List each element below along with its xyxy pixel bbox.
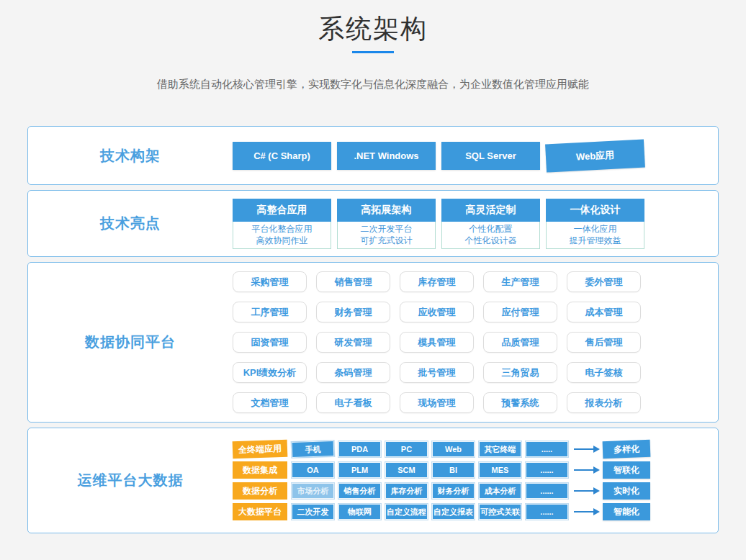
- highlight-card-line: 个性化配置: [442, 223, 539, 235]
- tech-stack-item: Web应用: [545, 139, 645, 172]
- highlight-card-body: 平台化整合应用高效协同作业: [233, 222, 331, 249]
- highlights-label-zone: 技术亮点: [28, 214, 233, 233]
- highlight-card-line: 一体化应用: [547, 223, 644, 235]
- bigdata-matrix: 全终端应用手机PDAPCWeb其它终端.....多样化数据集成OAPLMSCMB…: [233, 441, 718, 520]
- module-chip: 三角贸易: [483, 362, 557, 383]
- module-chip: 应付管理: [483, 302, 557, 322]
- module-chip: 固资管理: [233, 332, 307, 353]
- module-chip: 文档管理: [233, 392, 307, 413]
- tech-stack-buttons: C# (C Sharp).NET WindowsSQL ServerWeb应用: [233, 142, 718, 170]
- bigdata-row: 大数据平台二次开发物联网自定义流程自定义报表可控式关联......智能化: [233, 503, 718, 520]
- platform-label: 数据协同平台: [85, 333, 176, 352]
- highlight-card-line: 高效协同作业: [233, 235, 331, 246]
- bigdata-item-tag: 销售分析: [338, 483, 381, 499]
- module-chip: 模具管理: [400, 332, 474, 353]
- tech-stack-item: C# (C Sharp): [233, 142, 331, 170]
- highlight-card: 高灵活定制个性化配置个性化设计器: [441, 199, 540, 249]
- highlight-card-line: 提升管理效益: [547, 235, 644, 246]
- highlight-card: 一体化设计一体化应用提升管理效益: [546, 199, 644, 249]
- bigdata-row: 全终端应用手机PDAPCWeb其它终端.....多样化: [233, 441, 718, 458]
- highlight-card-line: 可扩充式设计: [338, 235, 435, 246]
- bigdata-item-tag: 市场分析: [292, 483, 334, 499]
- section-highlights: 技术亮点 高整合应用平台化整合应用高效协同作业高拓展架构二次开发平台可扩充式设计…: [27, 190, 719, 257]
- module-chip: 财务管理: [316, 302, 390, 322]
- module-chip: 采购管理: [233, 271, 307, 292]
- bigdata-item-tag: BI: [432, 462, 475, 478]
- module-chip: KPI绩效分析: [233, 362, 307, 383]
- bigdata-category-tag: 数据分析: [233, 482, 287, 500]
- highlight-card-line: 个性化设计器: [442, 235, 539, 246]
- tech-stack-label-zone: 技术构架: [28, 146, 233, 166]
- section-platform: 数据协同平台 采购管理销售管理库存管理生产管理委外管理工序管理财务管理应收管理应…: [27, 262, 719, 423]
- module-chip: 应收管理: [400, 302, 474, 322]
- bigdata-category-tag: 数据集成: [233, 461, 287, 479]
- module-chip: 批号管理: [400, 362, 474, 383]
- module-chip: 电子签核: [567, 362, 641, 383]
- module-chip: 售后管理: [567, 332, 641, 353]
- bigdata-result-tag: 智联化: [603, 461, 650, 479]
- module-chip: 工序管理: [233, 302, 307, 322]
- title-divider: [352, 51, 394, 53]
- highlight-card-title: 高拓展架构: [337, 199, 436, 222]
- page-subtitle: 借助系统自动化核心管理引擎，实现数字化与信息化深度融合，为企业数值化管理应用赋能: [0, 76, 746, 91]
- platform-label-zone: 数据协同平台: [28, 333, 233, 352]
- module-chip: 库存管理: [400, 271, 474, 292]
- highlight-cards: 高整合应用平台化整合应用高效协同作业高拓展架构二次开发平台可扩充式设计高灵活定制…: [233, 199, 718, 249]
- highlight-card-title: 一体化设计: [546, 199, 644, 222]
- bigdata-row: 数据集成OAPLMSCMBIMES......智联化: [233, 461, 718, 479]
- highlight-card: 高拓展架构二次开发平台可扩充式设计: [337, 199, 436, 249]
- right-arrow-icon: [574, 448, 594, 450]
- bigdata-item-tag: 自定义报表: [432, 504, 475, 520]
- module-chip: 委外管理: [567, 271, 641, 292]
- bigdata-item-tag: 财务分析: [432, 483, 475, 499]
- bigdata-item-tag: Web: [432, 441, 475, 457]
- bigdata-result-tag: 实时化: [603, 482, 650, 500]
- highlight-card-body: 一体化应用提升管理效益: [546, 222, 644, 249]
- bigdata-category-tag: 大数据平台: [233, 503, 287, 520]
- module-chip: 现场管理: [400, 392, 474, 413]
- module-chip: 预警系统: [483, 392, 557, 413]
- architecture-sections: 技术构架 C# (C Sharp).NET WindowsSQL ServerW…: [27, 126, 719, 533]
- highlight-card-body: 二次开发平台可扩充式设计: [337, 222, 436, 249]
- right-arrow-icon: [574, 469, 594, 471]
- bigdata-result-tag: 智能化: [603, 503, 650, 520]
- section-bigdata: 运维平台大数据 全终端应用手机PDAPCWeb其它终端.....多样化数据集成O…: [27, 428, 719, 533]
- bigdata-item-tag: 库存分析: [385, 483, 428, 499]
- module-chip: 电子看板: [316, 392, 390, 413]
- module-chip: 研发管理: [316, 332, 390, 353]
- tech-stack-item: .NET Windows: [337, 142, 436, 170]
- bigdata-item-tag: 物联网: [338, 504, 381, 520]
- bigdata-item-tag: ......: [526, 483, 568, 499]
- bigdata-item-tag: 其它终端: [479, 441, 521, 457]
- bigdata-result-tag: 多样化: [603, 440, 651, 459]
- module-chip: 销售管理: [316, 271, 390, 292]
- bigdata-item-tag: SCM: [385, 462, 428, 478]
- module-chip: 生产管理: [483, 271, 557, 292]
- bigdata-item-tag: 二次开发: [292, 504, 334, 520]
- highlight-card-line: 平台化整合应用: [233, 223, 331, 235]
- highlight-card-line: 二次开发平台: [338, 223, 435, 235]
- bigdata-item-tag: 可控式关联: [479, 504, 521, 520]
- highlight-card: 高整合应用平台化整合应用高效协同作业: [233, 199, 331, 249]
- bigdata-label-zone: 运维平台大数据: [28, 471, 233, 490]
- tech-stack-item: SQL Server: [441, 142, 540, 170]
- bigdata-item-tag: .....: [526, 441, 568, 457]
- section-tech-stack: 技术构架 C# (C Sharp).NET WindowsSQL ServerW…: [27, 126, 719, 185]
- highlight-card-title: 高灵活定制: [441, 199, 540, 222]
- module-chip: 成本管理: [567, 302, 641, 322]
- bigdata-item-tag: PDA: [338, 441, 381, 457]
- bigdata-item-tag: 手机: [292, 441, 335, 458]
- page-title: 系统架构: [0, 13, 746, 45]
- bigdata-item-tag: ......: [526, 504, 568, 520]
- highlight-card-body: 个性化配置个性化设计器: [441, 222, 540, 249]
- module-chip: 品质管理: [483, 332, 557, 353]
- bigdata-category-tag: 全终端应用: [233, 440, 288, 459]
- bigdata-item-tag: ......: [526, 462, 568, 478]
- module-chip: 条码管理: [316, 362, 390, 383]
- tech-stack-label: 技术构架: [100, 146, 161, 166]
- bigdata-item-tag: MES: [479, 462, 521, 478]
- bigdata-item-tag: 自定义流程: [385, 504, 428, 520]
- bigdata-item-tag: OA: [292, 462, 334, 478]
- right-arrow-icon: [574, 490, 594, 492]
- bigdata-item-tag: PLM: [338, 462, 381, 478]
